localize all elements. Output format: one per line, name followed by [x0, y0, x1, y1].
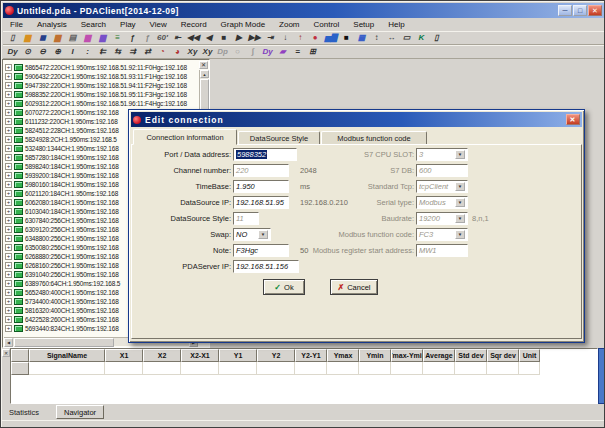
print-icon[interactable]: ▤	[66, 32, 79, 44]
dropdown-arrow-icon[interactable]: ▼	[455, 230, 465, 239]
menu-item[interactable]: Help	[381, 19, 411, 30]
expand-icon[interactable]: +	[5, 82, 12, 89]
tree-item[interactable]: + 5947392:220CH:1.950ms:192.168.51.94:11…	[5, 81, 198, 90]
tree-item[interactable]: + 5865472:220CH:1.950ms:192.168.51.92:11…	[5, 63, 198, 72]
expand-icon[interactable]: +	[5, 316, 12, 323]
statistics-right-scrollbar[interactable]	[598, 348, 605, 404]
horizontal-scroll-thumb[interactable]	[14, 338, 114, 347]
menu-item[interactable]: Control	[307, 19, 347, 30]
expand-icon[interactable]: +	[5, 73, 12, 80]
dialog-close-button[interactable]: ✕	[566, 114, 580, 125]
menu-item[interactable]: Play	[113, 19, 143, 30]
menu-item[interactable]: Setup	[346, 19, 381, 30]
dropdown-arrow-icon[interactable]: ▼	[455, 150, 465, 159]
dots-cursor-icon[interactable]: :	[81, 46, 94, 58]
menu-item[interactable]: Zoom	[272, 19, 306, 30]
tab-datasource-style[interactable]: DataSource Style	[238, 131, 320, 145]
fast-forward-icon[interactable]: ▶▶	[247, 32, 261, 44]
expand-icon[interactable]: +	[5, 217, 12, 224]
modbus-function-code-select[interactable]: FC3▼	[416, 228, 468, 241]
expand-icon[interactable]: +	[5, 208, 12, 215]
modbus-register-start-input[interactable]: MW1	[416, 244, 468, 257]
pdaserver-ip-input[interactable]: 192.168.51.156	[233, 260, 299, 273]
maximize-button[interactable]: □	[573, 5, 587, 16]
expand-icon[interactable]: +	[5, 262, 12, 269]
row-header-cell[interactable]	[11, 362, 29, 375]
pan-swap-icon[interactable]: ⇆	[111, 46, 124, 58]
tree-item[interactable]: + 5988352:220CH:1.950ms:192.168.51.95:11…	[5, 90, 198, 99]
table-cell[interactable]	[295, 362, 327, 375]
note-input[interactable]: F3Hgc	[233, 244, 289, 257]
menu-item[interactable]: File	[3, 19, 30, 30]
tab-statistics[interactable]: Statistics	[9, 408, 39, 417]
expand-icon[interactable]: +	[5, 109, 12, 116]
channel-number-input[interactable]: 220	[233, 164, 289, 177]
sixty-minutes-icon[interactable]: 60′	[156, 32, 169, 44]
menu-item[interactable]: Search	[74, 19, 113, 30]
record-icon[interactable]: ●	[309, 32, 322, 44]
expand-icon[interactable]: +	[5, 244, 12, 251]
split-vertical-icon[interactable]: ↕	[370, 32, 383, 44]
stop-icon[interactable]: ■	[217, 32, 230, 44]
s7-db-input[interactable]: 600	[416, 164, 468, 177]
ok-button[interactable]: ✓ Ok	[263, 279, 305, 295]
expand-icon[interactable]: +	[5, 199, 12, 206]
table-view-icon[interactable]: ▦	[355, 32, 368, 44]
zoom-icon[interactable]: ⊙	[21, 46, 34, 58]
table-cell[interactable]	[359, 362, 391, 375]
expand-icon[interactable]: +	[5, 100, 12, 107]
expand-icon[interactable]: +	[5, 154, 12, 161]
integral-icon[interactable]: ∫	[246, 46, 259, 58]
column-header[interactable]: Std dev	[455, 349, 487, 362]
expand-icon[interactable]: +	[5, 298, 12, 305]
jump-down-icon[interactable]: ↓	[279, 32, 292, 44]
tab-connection-information[interactable]: Connection information	[133, 129, 237, 145]
step-back-icon[interactable]: ◀	[202, 32, 215, 44]
legend-icon[interactable]: K	[415, 32, 428, 44]
expand-icon[interactable]: +	[5, 226, 12, 233]
export-violet-icon[interactable]: ▆	[96, 32, 109, 44]
scroll-up-icon[interactable]: ▲	[200, 70, 209, 78]
menu-item[interactable]: Record	[174, 19, 214, 30]
expand-icon[interactable]: +	[5, 271, 12, 278]
table-cell[interactable]	[181, 362, 219, 375]
expand-icon[interactable]: +	[5, 181, 12, 188]
signal-style-icon[interactable]: Dy	[261, 46, 274, 58]
tab-navigator[interactable]: Navigator	[56, 405, 104, 419]
table-cell[interactable]	[143, 362, 181, 375]
memo-icon[interactable]: ▯	[430, 32, 443, 44]
datasource-ip-input[interactable]: 192.168.51.95	[233, 196, 289, 209]
expand-icon[interactable]: +	[5, 280, 12, 287]
pan-both-icon[interactable]: ⇄	[141, 46, 154, 58]
expand-icon[interactable]: +	[5, 163, 12, 170]
pan-right-icon[interactable]: ⇉	[126, 46, 139, 58]
expand-icon[interactable]: +	[5, 127, 12, 134]
brush-icon[interactable]: ▰	[276, 46, 289, 58]
time-cursor1-icon[interactable]: ◔	[156, 46, 169, 58]
expand-icon[interactable]: +	[5, 235, 12, 242]
column-header[interactable]: Ymax-Ymin	[391, 349, 423, 362]
tab-modbus-function-code[interactable]: Modbus function code	[321, 131, 427, 145]
table-cell[interactable]	[257, 362, 295, 375]
column-header[interactable]: Y2	[257, 349, 295, 362]
column-header[interactable]: SignalName	[29, 349, 105, 362]
close-button[interactable]: ✕	[588, 5, 602, 16]
grid-icon[interactable]: ⊞	[306, 46, 319, 58]
column-header[interactable]: X2	[143, 349, 181, 362]
expand-icon[interactable]: +	[5, 307, 12, 314]
s7-cpu-slot-select[interactable]: 3▼	[416, 148, 468, 161]
dropdown-arrow-icon[interactable]: ▼	[455, 214, 465, 223]
column-header[interactable]: Average	[423, 349, 455, 362]
statistics-close-button[interactable]: ✕	[2, 349, 10, 357]
rewind-icon[interactable]: ◀◀	[186, 32, 200, 44]
open-file-icon[interactable]: ▆	[21, 32, 34, 44]
zoom-out-icon[interactable]: ⊖	[36, 46, 49, 58]
column-header[interactable]: Ymax	[327, 349, 359, 362]
minimize-button[interactable]: ─	[558, 5, 572, 16]
expand-icon[interactable]: +	[5, 64, 12, 71]
ibeam-cursor-icon[interactable]: I	[66, 46, 79, 58]
column-header[interactable]: Ymin	[359, 349, 391, 362]
equals-icon[interactable]: =	[291, 46, 304, 58]
pan-left-icon[interactable]: ⇇	[96, 46, 109, 58]
signal-tree-icon[interactable]: ≡	[111, 32, 124, 44]
